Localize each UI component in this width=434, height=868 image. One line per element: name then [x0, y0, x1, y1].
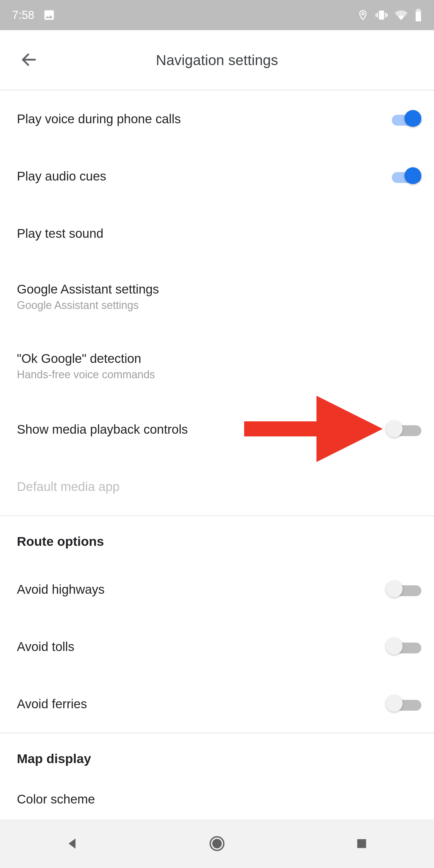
toggle-avoid-ferries[interactable] — [386, 695, 422, 713]
item-play-audio-cues[interactable]: Play audio cues — [0, 148, 434, 205]
item-label: Show media playback controls — [17, 422, 188, 437]
item-label: Avoid tolls — [17, 640, 74, 654]
svg-marker-3 — [244, 396, 383, 462]
settings-list[interactable]: Play voice during phone calls Play audio… — [0, 90, 434, 868]
vibrate-icon — [375, 9, 388, 21]
svg-point-0 — [362, 13, 364, 15]
item-avoid-ferries[interactable]: Avoid ferries — [0, 675, 434, 733]
nav-home-button[interactable] — [205, 832, 229, 856]
picture-icon — [43, 9, 56, 22]
item-sublabel: Google Assistant settings — [17, 299, 159, 312]
page-title: Navigation settings — [156, 52, 278, 68]
nav-back-button[interactable] — [60, 832, 84, 856]
item-assistant-settings[interactable]: Google Assistant settings Google Assista… — [0, 262, 434, 332]
item-play-voice-during-calls[interactable]: Play voice during phone calls — [0, 90, 434, 148]
svg-rect-1 — [415, 12, 421, 22]
item-show-media-playback-controls[interactable]: Show media playback controls — [0, 401, 434, 458]
item-default-media-app: Default media app — [0, 458, 434, 516]
triangle-back-icon — [65, 836, 80, 852]
status-right — [358, 9, 422, 22]
item-play-test-sound[interactable]: Play test sound — [0, 205, 434, 262]
back-button[interactable] — [17, 48, 41, 72]
square-recent-icon — [355, 837, 368, 851]
item-label: Avoid ferries — [17, 697, 87, 711]
item-avoid-highways[interactable]: Avoid highways — [0, 561, 434, 618]
item-label: Play audio cues — [17, 169, 106, 184]
system-nav-bar — [0, 820, 434, 868]
toggle-show-media-playback-controls[interactable] — [386, 421, 422, 438]
item-label: Play voice during phone calls — [17, 112, 181, 126]
toggle-play-voice-during-calls[interactable] — [386, 110, 422, 128]
status-bar: 7:58 — [0, 0, 434, 30]
item-avoid-tolls[interactable]: Avoid tolls — [0, 618, 434, 675]
status-time: 7:58 — [12, 9, 34, 22]
status-left: 7:58 — [12, 9, 56, 22]
item-label: Color scheme — [17, 792, 95, 807]
arrow-back-icon — [20, 51, 38, 70]
nav-recent-button[interactable] — [350, 832, 374, 856]
item-label: Google Assistant settings — [17, 282, 159, 297]
section-header-route-options: Route options — [0, 516, 434, 561]
circle-home-icon — [209, 835, 225, 852]
wifi-icon — [395, 9, 407, 22]
location-icon — [358, 10, 368, 21]
item-color-scheme[interactable]: Color scheme — [0, 778, 434, 814]
annotation-arrow-icon — [244, 393, 386, 466]
item-ok-google-detection[interactable]: "Ok Google" detection Hands-free voice c… — [0, 332, 434, 401]
toggle-play-audio-cues[interactable] — [386, 167, 422, 185]
item-label: "Ok Google" detection — [17, 351, 155, 366]
svg-rect-6 — [357, 839, 366, 848]
svg-point-5 — [212, 839, 222, 848]
toggle-avoid-tolls[interactable] — [386, 638, 422, 656]
app-header: Navigation settings — [0, 30, 434, 90]
section-header-map-display: Map display — [0, 733, 434, 778]
item-sublabel: Hands-free voice commands — [17, 368, 155, 381]
item-label: Play test sound — [17, 226, 103, 241]
toggle-avoid-highways[interactable] — [386, 581, 422, 598]
item-label: Default media app — [17, 479, 120, 494]
battery-icon — [415, 9, 422, 22]
item-label: Avoid highways — [17, 582, 104, 597]
